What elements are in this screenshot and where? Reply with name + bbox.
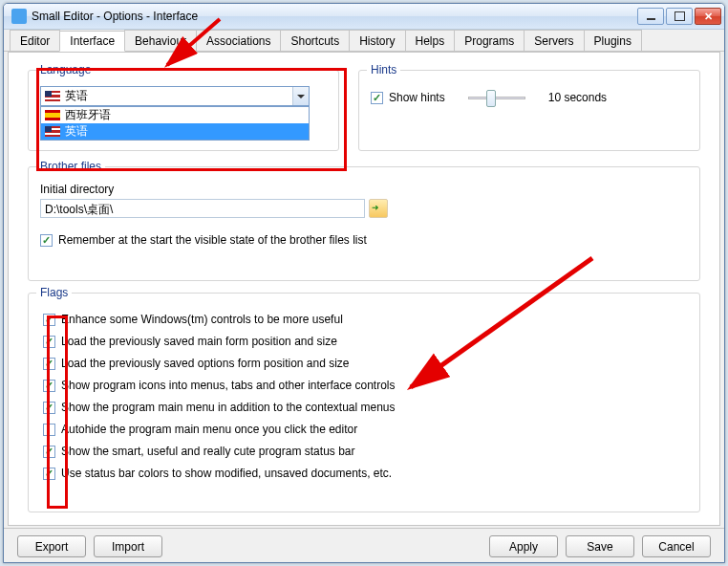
flags-legend: Flags xyxy=(36,286,72,299)
tab-interface[interactable]: Interface xyxy=(59,31,125,52)
flag-label: Load the previously saved options form p… xyxy=(61,357,350,370)
flag-row: Autohide the program main menu once you … xyxy=(40,419,688,441)
hints-group: Hints Show hints 10 seconds xyxy=(358,70,700,151)
language-option-label: 英语 xyxy=(65,123,88,140)
flag-us-icon xyxy=(45,91,60,101)
flag-es-icon xyxy=(45,110,60,120)
remember-state-label: Remember at the start the visible state … xyxy=(58,233,367,247)
hints-seconds-slider[interactable] xyxy=(468,88,525,107)
flag-row: Load the previously saved options form p… xyxy=(40,353,688,375)
tab-behaviour[interactable]: Behaviour xyxy=(124,30,197,51)
flag-label: Show the program main menu in addition t… xyxy=(61,401,396,414)
flag-checkbox-1[interactable] xyxy=(43,336,55,348)
flag-label: Show program icons into menus, tabs and … xyxy=(61,379,396,392)
chevron-down-icon[interactable] xyxy=(292,87,309,105)
titlebar[interactable]: Small Editor - Options - Interface xyxy=(4,4,724,30)
flag-label: Enhance some Windows(tm) controls to be … xyxy=(61,313,343,326)
tab-servers[interactable]: Servers xyxy=(524,30,584,51)
flag-label: Show the smart, useful and really cute p… xyxy=(61,445,354,458)
save-button[interactable]: Save xyxy=(566,535,634,557)
window-title: Small Editor - Options - Interface xyxy=(32,10,637,23)
maximize-button[interactable] xyxy=(666,8,693,25)
flag-row: Show the smart, useful and really cute p… xyxy=(40,441,688,463)
tab-programs[interactable]: Programs xyxy=(454,30,525,51)
language-option-es[interactable]: 西班牙语 xyxy=(41,107,309,123)
tab-strip: EditorInterfaceBehaviourAssociationsShor… xyxy=(4,30,724,52)
flag-checkbox-2[interactable] xyxy=(43,358,55,370)
flag-checkbox-0[interactable] xyxy=(43,314,55,326)
tab-helps[interactable]: Helps xyxy=(405,30,456,51)
brother-legend: Brother files xyxy=(36,160,105,173)
initial-dir-input[interactable]: D:\tools\桌面\ xyxy=(40,199,365,218)
language-option-label: 西班牙语 xyxy=(65,107,111,123)
cancel-button[interactable]: Cancel xyxy=(642,535,711,557)
apply-button[interactable]: Apply xyxy=(489,535,558,557)
button-bar: Export Import Apply Save Cancel xyxy=(4,528,724,563)
flag-row: Enhance some Windows(tm) controls to be … xyxy=(40,309,688,331)
show-hints-checkbox[interactable] xyxy=(371,92,383,104)
language-option-us[interactable]: 英语 xyxy=(41,123,309,140)
language-dropdown[interactable]: 英语 西班牙语英语 xyxy=(40,86,310,106)
tab-content-interface: Language 英语 西班牙语英语 Hints Show hints xyxy=(8,52,720,526)
language-dropdown-list: 西班牙语英语 xyxy=(40,106,310,141)
flag-label: Load the previously saved main form posi… xyxy=(61,335,337,348)
flag-checkbox-7[interactable] xyxy=(43,468,55,480)
hints-seconds-label: 10 seconds xyxy=(548,91,607,104)
tab-history[interactable]: History xyxy=(349,30,405,51)
options-window: Small Editor - Options - Interface 河东软件园… xyxy=(3,3,725,563)
language-group: Language 英语 西班牙语英语 xyxy=(28,70,339,151)
flags-group: Flags Enhance some Windows(tm) controls … xyxy=(28,293,700,512)
tab-plugins[interactable]: Plugins xyxy=(584,30,642,51)
browse-folder-button[interactable] xyxy=(369,199,388,218)
flag-row: Show program icons into menus, tabs and … xyxy=(40,375,688,397)
flag-checkbox-5[interactable] xyxy=(43,424,55,436)
flag-checkbox-3[interactable] xyxy=(43,380,55,392)
flag-label: Autohide the program main menu once you … xyxy=(61,423,357,436)
flag-checkbox-4[interactable] xyxy=(43,402,55,414)
export-button[interactable]: Export xyxy=(17,535,86,557)
brother-files-group: Brother files Initial directory D:\tools… xyxy=(28,166,700,281)
show-hints-label: Show hints xyxy=(389,91,445,104)
flag-row: Show the program main menu in addition t… xyxy=(40,397,688,419)
language-legend: Language xyxy=(36,63,95,76)
close-button[interactable] xyxy=(695,8,721,25)
remember-state-checkbox[interactable] xyxy=(40,234,53,247)
flag-us-icon xyxy=(45,126,60,137)
flag-checkbox-6[interactable] xyxy=(43,446,55,458)
import-button[interactable]: Import xyxy=(94,535,162,557)
language-selected-value: 英语 xyxy=(65,88,292,104)
tab-associations[interactable]: Associations xyxy=(196,30,281,51)
tab-editor[interactable]: Editor xyxy=(10,30,60,51)
slider-thumb[interactable] xyxy=(486,90,496,107)
hints-legend: Hints xyxy=(367,63,400,76)
flag-row: Use status bar colors to show modified, … xyxy=(40,463,688,485)
flag-label: Use status bar colors to show modified, … xyxy=(61,467,392,480)
minimize-button[interactable] xyxy=(637,8,664,25)
flag-row: Load the previously saved main form posi… xyxy=(40,331,688,353)
tab-shortcuts[interactable]: Shortcuts xyxy=(280,30,350,51)
app-icon xyxy=(11,9,27,24)
initial-dir-label: Initial directory xyxy=(40,183,688,196)
